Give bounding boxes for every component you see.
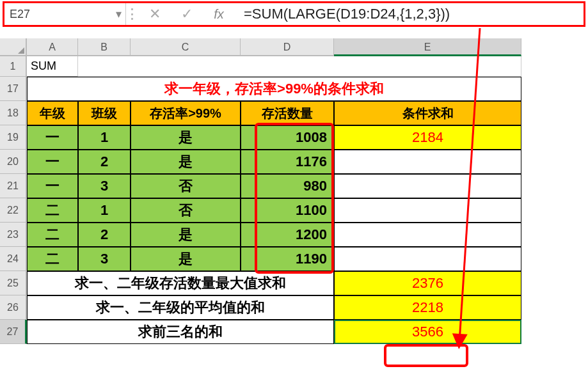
row-19: 19 一 1 是 1008 2184 — [0, 125, 588, 150]
cell-a1[interactable]: SUM — [27, 56, 78, 77]
cell-e20[interactable] — [334, 150, 521, 174]
row-1: 1 SUM — [0, 56, 588, 77]
fx-icon[interactable]: fx — [203, 3, 235, 25]
cell-b20[interactable]: 2 — [78, 150, 131, 174]
header-a[interactable]: 年级 — [27, 101, 78, 125]
cell-c19[interactable]: 是 — [131, 125, 241, 150]
confirm-icon[interactable]: ✓ — [171, 3, 203, 25]
spreadsheet-grid: A B C D E 1 SUM 17 求一年级，存活率>99%的条件求和 18 … — [0, 38, 588, 344]
cell-a22[interactable]: 二 — [27, 198, 78, 223]
header-e[interactable]: 条件求和 — [334, 101, 521, 125]
formula-bar: E27 ▾ ✕ ✓ fx =SUM(LARGE(D19:D24,{1,2,3})… — [3, 1, 585, 27]
summary-label-27[interactable]: 求前三名的和 — [27, 320, 334, 344]
cell-d22[interactable]: 1100 — [241, 198, 334, 223]
row-20: 20 一 2 是 1176 — [0, 150, 588, 174]
cell-b21[interactable]: 3 — [78, 174, 131, 198]
summary-label-25[interactable]: 求一、二年级存活数量最大值求和 — [27, 271, 334, 295]
cancel-icon[interactable]: ✕ — [139, 3, 171, 25]
cell-b24[interactable]: 3 — [78, 247, 131, 271]
cell-a24[interactable]: 二 — [27, 247, 78, 271]
cell-d23[interactable]: 1200 — [241, 223, 334, 247]
name-box-dropdown-icon[interactable]: ▾ — [116, 7, 122, 21]
row-header-21[interactable]: 21 — [0, 174, 27, 198]
cell-e23[interactable] — [334, 223, 521, 247]
header-b[interactable]: 班级 — [78, 101, 131, 125]
cell-a20[interactable]: 一 — [27, 150, 78, 174]
col-header-e[interactable]: E — [334, 38, 521, 56]
header-c[interactable]: 存活率>99% — [131, 101, 241, 125]
formula-text: =SUM(LARGE(D19:D24,{1,2,3})) — [244, 6, 450, 22]
header-d[interactable]: 存活数量 — [241, 101, 334, 125]
row-18: 18 年级 班级 存活率>99% 存活数量 条件求和 — [0, 101, 588, 125]
row-header-22[interactable]: 22 — [0, 198, 27, 223]
cell-c23[interactable]: 是 — [131, 223, 241, 247]
cell-d24[interactable]: 1190 — [241, 247, 334, 271]
cell-e21[interactable] — [334, 174, 521, 198]
cell-c21[interactable]: 否 — [131, 174, 241, 198]
summary-value-26[interactable]: 2218 — [334, 295, 521, 320]
col-header-c[interactable]: C — [131, 38, 241, 56]
cell-b1-e1[interactable] — [78, 56, 521, 77]
col-header-d[interactable]: D — [241, 38, 334, 56]
name-box-value: E27 — [10, 8, 30, 21]
row-header-18[interactable]: 18 — [0, 101, 27, 125]
cell-c22[interactable]: 否 — [131, 198, 241, 223]
cell-c24[interactable]: 是 — [131, 247, 241, 271]
row-25: 25 求一、二年级存活数量最大值求和 2376 — [0, 271, 588, 295]
name-box[interactable]: E27 ▾ — [4, 3, 126, 25]
row-header-25[interactable]: 25 — [0, 271, 27, 295]
cell-e19[interactable]: 2184 — [334, 125, 521, 150]
row-22: 22 二 1 否 1100 — [0, 198, 588, 223]
row-header-17[interactable]: 17 — [0, 77, 27, 101]
cell-a23[interactable]: 二 — [27, 223, 78, 247]
cell-a21[interactable]: 一 — [27, 174, 78, 198]
row-header-27[interactable]: 27 — [0, 320, 27, 344]
row-17: 17 求一年级，存活率>99%的条件求和 — [0, 77, 588, 101]
col-header-a[interactable]: A — [27, 38, 78, 56]
row-header-1[interactable]: 1 — [0, 56, 27, 77]
row-24: 24 二 3 是 1190 — [0, 247, 588, 271]
row-27: 27 求前三名的和 3566 — [0, 320, 588, 344]
cell-d21[interactable]: 980 — [241, 174, 334, 198]
row-header-20[interactable]: 20 — [0, 150, 27, 174]
summary-label-26[interactable]: 求一、二年级的平均值的和 — [27, 295, 334, 320]
cell-d20[interactable]: 1176 — [241, 150, 334, 174]
annotation-box-e27 — [384, 344, 468, 367]
formula-input[interactable]: =SUM(LARGE(D19:D24,{1,2,3})) — [235, 3, 584, 25]
cell-e24[interactable] — [334, 247, 521, 271]
cell-c20[interactable]: 是 — [131, 150, 241, 174]
divider-grip[interactable] — [126, 3, 139, 25]
title-cell[interactable]: 求一年级，存活率>99%的条件求和 — [27, 77, 521, 101]
row-header-24[interactable]: 24 — [0, 247, 27, 271]
cell-b22[interactable]: 1 — [78, 198, 131, 223]
cell-a19[interactable]: 一 — [27, 125, 78, 150]
select-all-corner[interactable] — [0, 38, 27, 56]
column-headers: A B C D E — [27, 38, 588, 56]
col-header-b[interactable]: B — [78, 38, 131, 56]
row-header-23[interactable]: 23 — [0, 223, 27, 247]
summary-value-25[interactable]: 2376 — [334, 271, 521, 295]
row-23: 23 二 2 是 1200 — [0, 223, 588, 247]
cell-e22[interactable] — [334, 198, 521, 223]
row-header-26[interactable]: 26 — [0, 295, 27, 320]
cell-b23[interactable]: 2 — [78, 223, 131, 247]
row-26: 26 求一、二年级的平均值的和 2218 — [0, 295, 588, 320]
row-header-19[interactable]: 19 — [0, 125, 27, 150]
cell-b19[interactable]: 1 — [78, 125, 131, 150]
cell-d19[interactable]: 1008 — [241, 125, 334, 150]
cell-e27-selected[interactable]: 3566 — [334, 320, 521, 344]
row-21: 21 一 3 否 980 — [0, 174, 588, 198]
